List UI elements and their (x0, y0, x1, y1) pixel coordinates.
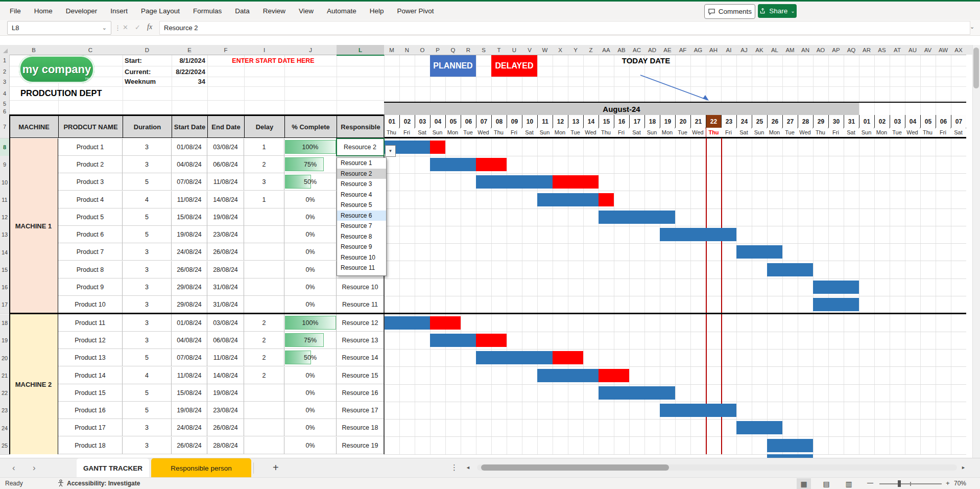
cell-delay[interactable] (244, 402, 284, 419)
zoom-out-button[interactable]: — (867, 479, 873, 486)
cell-end-date[interactable]: 03/08/24 (207, 138, 244, 156)
comments-button[interactable]: Comments (704, 4, 755, 19)
cell-product-name[interactable]: Product 13 (58, 349, 123, 366)
cell-product-name[interactable]: Product 4 (58, 191, 123, 208)
column-header-AN[interactable]: AN (798, 45, 814, 55)
cell-responsible[interactable]: Resource 12 (337, 314, 384, 332)
cell-end-date[interactable]: 19/08/24 (207, 384, 244, 402)
cell-end-date[interactable]: 31/08/24 (207, 278, 244, 296)
enter-icon[interactable]: ✓ (135, 24, 140, 31)
row-header-14[interactable]: 14 (0, 243, 10, 262)
cell-product-name[interactable]: Product 12 (58, 332, 123, 349)
cell-pct-complete[interactable]: 0% (284, 419, 337, 436)
cell-end-date[interactable]: 19/08/24 (207, 208, 244, 226)
cell-delay[interactable] (244, 296, 284, 313)
cell-delay[interactable]: 2 (244, 332, 284, 349)
cell-pct-complete[interactable]: 100% (284, 138, 337, 156)
cell-end-date[interactable]: 31/08/24 (207, 296, 244, 313)
column-header-AX[interactable]: AX (951, 45, 967, 55)
cell-pct-complete[interactable]: 50% (284, 173, 337, 191)
dropdown-item-resource-9[interactable]: Resource 9 (337, 242, 386, 252)
cell-start-date[interactable]: 01/08/24 (172, 138, 207, 156)
column-header-D[interactable]: D (123, 45, 172, 55)
cell-delay[interactable] (244, 384, 284, 402)
column-header-L[interactable]: L (337, 45, 385, 56)
cell-start-date[interactable]: 29/08/24 (172, 296, 207, 313)
cell-responsible[interactable]: Resource 2 (337, 138, 384, 156)
cell-start-date[interactable]: 04/08/24 (172, 332, 207, 349)
column-header-AU[interactable]: AU (905, 45, 921, 55)
cell-product-name[interactable]: Product 17 (58, 419, 123, 436)
cell-start-date[interactable]: 24/08/24 (172, 419, 207, 436)
column-header-AK[interactable]: AK (752, 45, 768, 55)
vertical-scrollbar[interactable] (972, 45, 980, 458)
row-header-10[interactable]: 10 (0, 173, 10, 192)
hscroll-left-icon[interactable]: ◄ (466, 465, 470, 470)
dropdown-item-resource-6[interactable]: Resource 6 (337, 211, 386, 221)
cell-duration[interactable]: 3 (123, 243, 172, 261)
cell-pct-complete[interactable]: 75% (284, 332, 337, 349)
share-button[interactable]: Share ⌄ (758, 4, 797, 18)
cell-duration[interactable]: 5 (123, 384, 172, 402)
menu-developer[interactable]: Developer (59, 7, 104, 15)
column-header-V[interactable]: V (522, 45, 538, 55)
row-header-20[interactable]: 20 (0, 349, 10, 367)
cell-product-name[interactable]: Product 3 (58, 173, 123, 191)
cell-duration[interactable]: 5 (123, 208, 172, 226)
dropdown-item-resource-5[interactable]: Resource 5 (337, 200, 386, 211)
dropdown-item-resource-8[interactable]: Resource 8 (337, 231, 386, 242)
cell-delay[interactable]: 2 (244, 367, 284, 384)
view-page-break-icon[interactable]: ▥ (842, 478, 856, 489)
cell-end-date[interactable]: 06/08/24 (207, 332, 244, 349)
cell-product-name[interactable]: Product 1 (58, 138, 123, 156)
column-header-P[interactable]: P (430, 45, 446, 55)
cell-duration[interactable]: 5 (123, 349, 172, 366)
zoom-in-button[interactable]: + (946, 479, 950, 487)
menu-automate[interactable]: Automate (320, 7, 363, 15)
cell-delay[interactable]: 2 (244, 349, 284, 366)
start-value[interactable]: 8/1/2024 (128, 57, 205, 64)
row-header-5[interactable]: 5 (0, 100, 10, 108)
cell-pct-complete[interactable]: 75% (284, 156, 337, 173)
cell-end-date[interactable]: 11/08/24 (207, 349, 244, 366)
column-header-AR[interactable]: AR (859, 45, 875, 55)
cell-delay[interactable]: 2 (244, 314, 284, 332)
name-box[interactable]: L8 ⌄ (7, 21, 111, 35)
cell-pct-complete[interactable]: 0% (284, 191, 337, 208)
cell-delay[interactable] (244, 243, 284, 261)
cell-duration[interactable]: 3 (123, 314, 172, 332)
cell-responsible[interactable]: Resource 14 (337, 349, 384, 366)
row-header-17[interactable]: 17 (0, 296, 10, 314)
cell-responsible[interactable]: Resource 17 (337, 402, 384, 419)
column-header-AP[interactable]: AP (828, 45, 844, 55)
zoom-level[interactable]: 70% (954, 480, 966, 487)
cell-responsible[interactable]: Resource 16 (337, 384, 384, 402)
cell-product-name[interactable]: Product 8 (58, 261, 123, 278)
row-header-8[interactable]: 8 (0, 138, 10, 156)
cell-product-name[interactable]: Product 2 (58, 156, 123, 173)
column-header-AA[interactable]: AA (599, 45, 614, 55)
cell-duration[interactable]: 3 (123, 296, 172, 313)
formula-bar-expand-icon[interactable]: ⌄ (970, 24, 974, 30)
cell-pct-complete[interactable]: 0% (284, 226, 337, 243)
cancel-icon[interactable]: ✕ (123, 24, 128, 31)
menu-help[interactable]: Help (363, 7, 391, 15)
cell-end-date[interactable]: 06/08/24 (207, 156, 244, 173)
column-header-AD[interactable]: AD (644, 45, 660, 55)
column-header-AF[interactable]: AF (675, 45, 691, 55)
cell-delay[interactable]: 1 (244, 138, 284, 156)
name-box-chevron-icon[interactable]: ⌄ (102, 25, 111, 31)
cell-duration[interactable]: 3 (123, 437, 172, 454)
tab-responsible-person[interactable]: Responsible person (151, 458, 251, 478)
cell-start-date[interactable]: 26/08/24 (172, 261, 207, 278)
dropdown-item-resource-4[interactable]: Resource 4 (337, 190, 386, 200)
dropdown-item-resource-1[interactable]: Resource 1 (337, 158, 386, 169)
hscroll-right-icon[interactable]: ► (961, 465, 966, 470)
status-accessibility[interactable]: Accessibility: Investigate (67, 480, 140, 487)
dropdown-item-resource-2[interactable]: Resource 2 (337, 169, 386, 179)
cell-product-name[interactable]: Product 18 (58, 437, 123, 454)
column-header-AH[interactable]: AH (706, 45, 722, 55)
menu-insert[interactable]: Insert (104, 7, 134, 15)
row-header-1[interactable]: 1 (0, 55, 10, 66)
menu-review[interactable]: Review (256, 7, 292, 15)
